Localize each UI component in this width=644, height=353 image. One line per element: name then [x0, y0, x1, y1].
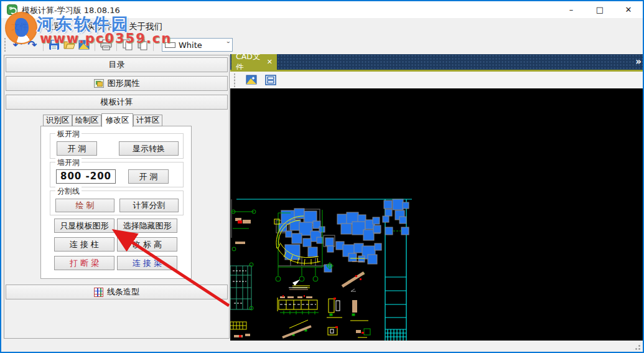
show-template-only-button[interactable]: 只显模板图形	[54, 219, 114, 233]
toolbar-separator	[153, 39, 154, 51]
menu-file[interactable]: 文件	[7, 19, 32, 34]
copy-icon	[122, 39, 133, 50]
graphic-properties-icon	[94, 79, 104, 88]
cad-canvas[interactable]	[230, 88, 644, 341]
document-tab-bar: CAD文件 ✕ »	[230, 54, 644, 70]
tab-draw-area[interactable]: 绘制区	[72, 115, 101, 126]
menu-settings[interactable]: 设置	[41, 19, 65, 34]
export-image-button[interactable]	[77, 37, 91, 52]
wall-hole-group: 墙开洞 800 -200 开 洞	[50, 162, 184, 187]
tab-modify-area[interactable]: 修改区	[101, 113, 133, 127]
line-color-swatch	[165, 42, 175, 48]
tab-close-icon[interactable]: ✕	[267, 58, 273, 66]
cad-import-button[interactable]	[244, 73, 259, 88]
minimize-button[interactable]: –	[557, 1, 586, 18]
line-style-button[interactable]: 线条造型	[6, 285, 228, 299]
menu-bar: 文件 设置 购买软件 关于我们	[1, 18, 643, 35]
connect-column-button[interactable]: 连 接 柱	[54, 237, 114, 252]
status-bar	[1, 341, 643, 352]
tab-calc-area[interactable]: 计算区	[133, 115, 162, 126]
close-button[interactable]: ✕	[614, 1, 643, 18]
save-button[interactable]	[47, 37, 62, 52]
maximize-button[interactable]: □	[586, 1, 614, 18]
save-icon	[49, 39, 60, 50]
break-beam-button[interactable]: 打 断 梁	[54, 256, 114, 270]
board-open-hole-button[interactable]: 开 洞	[57, 141, 97, 156]
undo-icon: ↶	[12, 39, 22, 50]
line-style-label: 线条造型	[107, 286, 139, 298]
paste-button[interactable]	[135, 37, 150, 52]
toolbar-grip[interactable]	[3, 38, 6, 52]
layers-icon	[265, 75, 276, 85]
cad-drawing	[230, 88, 644, 341]
divide-line-label: 分割线	[55, 186, 82, 197]
wall-open-hole-button[interactable]: 开 洞	[128, 169, 169, 184]
template-calc-label: 模板计算	[101, 96, 133, 108]
toolbar-separator	[116, 39, 117, 51]
menu-about-us[interactable]: 关于我们	[125, 19, 166, 34]
menu-buy-software[interactable]: 购买软件	[75, 19, 116, 34]
line-style-grid-icon	[94, 288, 103, 297]
catalog-button[interactable]: 目录	[6, 57, 228, 72]
cad-layout-button[interactable]	[263, 73, 278, 88]
calc-divide-button[interactable]: 计算分割	[119, 199, 179, 212]
toolbar-separator	[43, 39, 44, 51]
open-folder-icon	[63, 39, 75, 50]
change-elevation-button[interactable]: 改 标 高	[117, 237, 177, 252]
toolbar-separator	[95, 39, 95, 51]
modify-tab-page: 板开洞 开 洞 显示转换 墙开洞 800 -200 开 洞 分割线 绘 制 计算…	[40, 126, 192, 279]
undo-button[interactable]: ↶	[10, 37, 25, 52]
cad-toolbar	[230, 72, 644, 88]
left-panel: 目录 图形属性 模板计算 识别区 绘制区 修改区 计算区 板开洞 开 洞 显示转…	[4, 55, 230, 339]
template-calc-button[interactable]: 模板计算	[6, 95, 228, 110]
graphic-properties-label: 图形属性	[108, 78, 140, 89]
line-color-value: White	[179, 40, 226, 50]
tab-recognize-area[interactable]: 识别区	[43, 115, 72, 126]
select-hidden-button[interactable]: 选择隐藏图形	[117, 219, 177, 233]
redo-icon: ↷	[27, 39, 37, 50]
display-convert-button[interactable]: 显示转换	[119, 141, 179, 156]
print-icon	[100, 39, 112, 50]
line-color-combobox[interactable]: White ˇ	[162, 38, 233, 52]
copy-button[interactable]	[120, 37, 135, 52]
cad-file-tab[interactable]: CAD文件 ✕	[231, 54, 277, 70]
print-button[interactable]	[98, 37, 113, 52]
board-hole-group: 板开洞 开 洞 显示转换	[50, 133, 184, 159]
wall-hole-label: 墙开洞	[55, 158, 82, 168]
import-image-icon	[246, 75, 257, 85]
cad-toolbar-grip[interactable]	[233, 73, 236, 87]
wall-hole-size-input[interactable]: 800 -200	[56, 169, 116, 184]
app-window: 模板计算-学习版 18.08.16 – □ ✕ 文件 设置 购买软件 关于我们 …	[0, 0, 644, 353]
window-title: 模板计算-学习版 18.08.16	[22, 5, 120, 16]
draw-button[interactable]: 绘 制	[55, 199, 114, 212]
catalog-label: 目录	[109, 59, 125, 70]
connect-beam-button[interactable]: 连 接 梁	[117, 256, 177, 270]
board-hole-label: 板开洞	[55, 129, 82, 139]
app-icon	[7, 4, 17, 15]
redo-button[interactable]: ↷	[25, 37, 40, 52]
title-bar: 模板计算-学习版 18.08.16 – □ ✕	[1, 1, 643, 18]
resize-grip[interactable]	[633, 342, 641, 351]
chevron-down-icon: ˇ	[225, 41, 230, 49]
tab-overflow-icon[interactable]: »	[635, 56, 640, 67]
export-image-icon	[78, 39, 90, 50]
graphic-properties-button[interactable]: 图形属性	[6, 76, 228, 91]
paste-icon	[137, 39, 148, 50]
main-toolbar: ↶ ↷ White ˇ	[1, 35, 643, 54]
open-button[interactable]	[62, 37, 77, 52]
divide-line-group: 分割线 绘 制 计算分割	[50, 191, 184, 215]
